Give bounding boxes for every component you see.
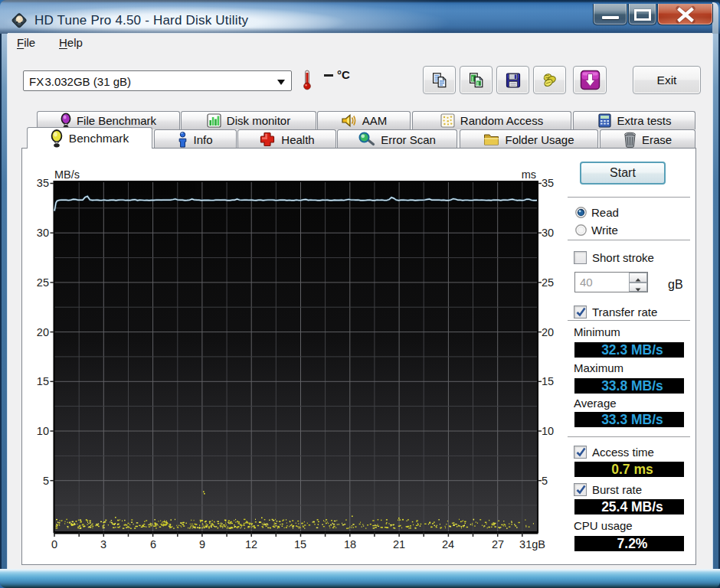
svg-text:ms: ms	[522, 168, 536, 181]
svg-text:0: 0	[51, 538, 57, 550]
svg-text:35: 35	[37, 177, 49, 189]
svg-text:24: 24	[442, 538, 454, 550]
svg-text:15: 15	[37, 375, 49, 387]
svg-text:5: 5	[542, 475, 548, 487]
svg-text:3: 3	[100, 538, 106, 550]
svg-text:30: 30	[542, 227, 554, 239]
svg-text:MB/s: MB/s	[54, 168, 80, 181]
svg-text:30: 30	[37, 227, 49, 239]
svg-text:10: 10	[37, 425, 49, 437]
svg-text:6: 6	[150, 538, 156, 550]
svg-text:10: 10	[542, 425, 554, 437]
svg-text:25: 25	[37, 276, 49, 289]
svg-text:27: 27	[492, 538, 504, 550]
svg-text:25: 25	[542, 276, 554, 289]
svg-text:21: 21	[393, 538, 405, 550]
svg-text:15: 15	[294, 538, 306, 550]
svg-text:15: 15	[542, 375, 554, 387]
svg-text:18: 18	[344, 538, 356, 550]
svg-text:20: 20	[37, 326, 49, 338]
svg-text:12: 12	[245, 538, 257, 550]
svg-text:31gB: 31gB	[519, 538, 545, 550]
svg-text:5: 5	[43, 475, 49, 487]
svg-text:9: 9	[199, 538, 205, 550]
svg-text:20: 20	[542, 326, 554, 338]
svg-text:35: 35	[542, 177, 554, 189]
